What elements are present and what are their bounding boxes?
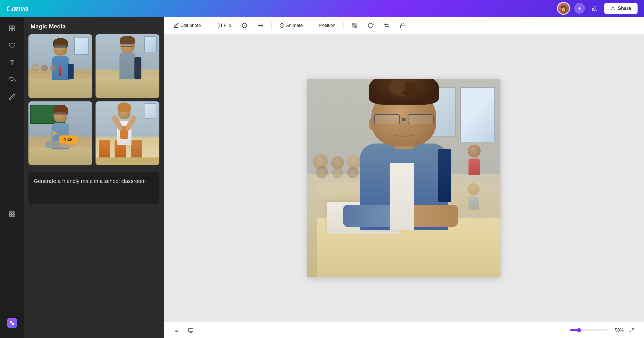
nick-tooltip: Nick — [59, 135, 77, 144]
svg-rect-12 — [12, 213, 13, 214]
animate-button[interactable]: Animate — [277, 21, 305, 30]
sidebar-item-apps[interactable] — [5, 206, 20, 221]
prompt-text: Generate a friendly male in a school cla… — [34, 177, 154, 185]
svg-rect-5 — [9, 29, 12, 31]
sidebar-item-upload[interactable] — [5, 72, 20, 87]
toolbar-divider-1 — [209, 21, 209, 30]
svg-rect-28 — [352, 25, 354, 28]
svg-rect-10 — [13, 211, 15, 212]
svg-rect-27 — [354, 23, 357, 25]
sidebar-item-brand[interactable] — [5, 315, 20, 330]
svg-rect-15 — [12, 215, 13, 216]
position-button[interactable]: Position — [316, 21, 338, 30]
svg-rect-14 — [9, 215, 11, 216]
svg-rect-4 — [12, 26, 15, 28]
svg-rect-30 — [385, 24, 388, 26]
svg-rect-26 — [352, 23, 354, 25]
transparency-button[interactable] — [349, 20, 360, 31]
image-grid: Nick — [24, 34, 164, 170]
sidebar-panel: Magic Media — [24, 17, 164, 338]
prompt-area[interactable]: Generate a friendly male in a school cla… — [28, 172, 159, 204]
svg-rect-0 — [592, 8, 593, 11]
reset-button[interactable] — [365, 20, 376, 31]
menu-button[interactable] — [255, 20, 266, 31]
svg-rect-13 — [13, 213, 15, 214]
info-button[interactable] — [239, 20, 250, 31]
toolbar-divider-3 — [311, 21, 311, 30]
edit-photo-button[interactable]: Edit photo — [171, 21, 204, 30]
grid-image-1[interactable] — [28, 34, 92, 98]
crop-button[interactable] — [381, 20, 392, 31]
svg-rect-38 — [189, 328, 193, 332]
flip-button[interactable]: Flip — [215, 21, 234, 30]
notes-button[interactable] — [171, 325, 181, 335]
panel-title: Magic Media — [24, 17, 164, 34]
zoom-control: 50% — [570, 325, 636, 335]
zoom-slider[interactable] — [570, 328, 608, 332]
grid-image-4[interactable] — [96, 101, 159, 165]
flip-label: Flip — [224, 23, 231, 28]
topbar: Canva 👩 + Share — [0, 0, 644, 17]
zoom-label: 50% — [611, 328, 624, 333]
canva-logo: Canva — [6, 3, 28, 13]
svg-rect-6 — [12, 29, 15, 31]
svg-rect-31 — [401, 25, 405, 28]
svg-rect-1 — [594, 7, 595, 11]
svg-rect-17 — [10, 321, 12, 323]
sidebar-item-panels[interactable] — [5, 21, 20, 36]
edit-photo-label: Edit photo — [180, 23, 201, 28]
toolbar-divider-4 — [343, 21, 344, 30]
svg-rect-29 — [354, 25, 357, 28]
svg-rect-2 — [596, 6, 597, 11]
svg-line-42 — [630, 330, 631, 332]
svg-rect-11 — [9, 213, 11, 214]
svg-rect-18 — [12, 323, 14, 325]
toolbar-divider-2 — [271, 21, 272, 30]
toolbar: Edit photo Flip — [164, 17, 644, 34]
grid-image-3[interactable]: Nick — [28, 101, 92, 165]
svg-rect-3 — [9, 26, 12, 28]
svg-line-41 — [632, 328, 634, 330]
sidebar-item-draw[interactable] — [5, 90, 20, 105]
sidebar-item-text[interactable] — [5, 55, 20, 70]
icon-bar — [0, 17, 24, 338]
topbar-right: 👩 + Share — [557, 2, 638, 15]
sidebar-item-elements[interactable] — [5, 38, 20, 53]
share-button[interactable]: Share — [604, 3, 638, 14]
bottom-left-controls — [171, 325, 196, 335]
add-button[interactable]: + — [574, 3, 585, 14]
preview-button[interactable] — [186, 325, 196, 335]
icon-bar-divider — [7, 109, 17, 109]
svg-rect-16 — [13, 215, 15, 216]
lock-button[interactable] — [397, 20, 408, 31]
user-avatar[interactable]: 👩 — [557, 2, 570, 15]
main-image[interactable] — [307, 79, 500, 277]
stats-button[interactable] — [589, 3, 600, 14]
share-label: Share — [618, 6, 631, 11]
main-layout: Magic Media — [0, 17, 644, 338]
svg-rect-9 — [12, 211, 13, 212]
canvas-area: Edit photo Flip — [164, 17, 644, 338]
grid-image-2[interactable] — [96, 34, 159, 98]
position-label: Position — [319, 23, 335, 28]
bottom-bar: 50% — [164, 322, 644, 338]
canvas-content — [164, 34, 644, 322]
fullscreen-button[interactable] — [627, 325, 636, 335]
svg-rect-8 — [9, 211, 11, 212]
animate-label: Animate — [286, 23, 303, 28]
